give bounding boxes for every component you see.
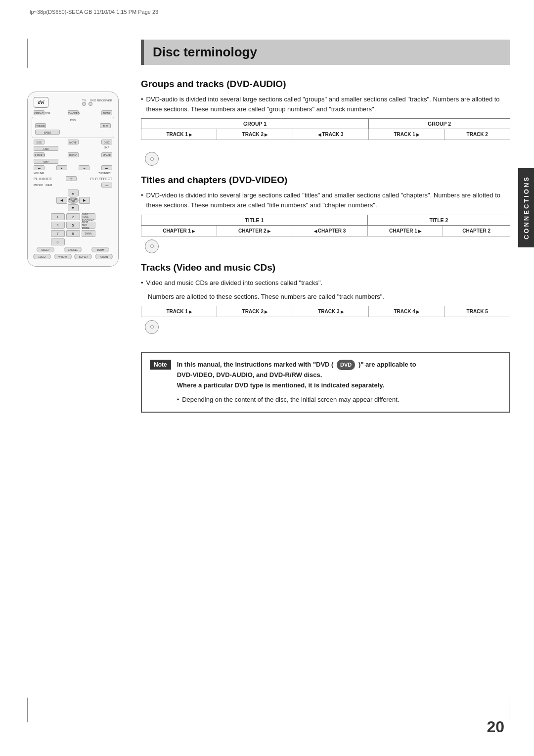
page-title-box: Disc terminology <box>141 40 510 65</box>
note-line1: In this manual, the instructions marked … <box>177 360 416 371</box>
g2-track1: TRACK 1 <box>369 129 445 140</box>
minus-btn[interactable]: − <box>101 183 112 188</box>
remote-row-1: OPEN/CLOSE TV/VIDEO MODE <box>32 110 114 115</box>
t2-ch2: CHAPTER 2 <box>443 225 510 236</box>
zoom-btn[interactable]: ZOOM <box>91 247 109 252</box>
group2-header: GROUP 2 <box>369 119 510 129</box>
page-number: 20 <box>487 718 504 736</box>
t1-ch3: CHAPTER 3 <box>292 225 368 236</box>
g1-track1: TRACK 1 <box>141 129 217 140</box>
t2-ch1: CHAPTER 1 <box>367 225 443 236</box>
print-header: lp~38p(DS650)-SECA GB 11/10/04 1:15 PM P… <box>30 9 158 15</box>
cd-track5: TRACK 5 <box>445 306 510 317</box>
super-btn[interactable]: SUPER <box>74 254 92 259</box>
num-9-btn[interactable]: DYNA <box>82 230 95 237</box>
remote-source-label: DVD <box>33 119 113 122</box>
remote-row-lsm: LSM <box>32 146 114 151</box>
supers-btn[interactable]: SUPER.S <box>34 152 44 157</box>
move-btn[interactable]: MOVE <box>68 140 79 144</box>
titles-chapters-bullet-text: DVD-video is divided into several large … <box>146 190 510 210</box>
dsc-btn[interactable]: DSC <box>34 140 44 144</box>
cd-track4: TRACK 4 <box>369 306 445 317</box>
remote-top-labels: TV DVD RECEIVER <box>82 99 112 106</box>
music-btn[interactable]: MUSIC <box>68 152 79 157</box>
groups-tracks-bullet: DVD-audio is divided into several large … <box>141 94 510 114</box>
left-divider <box>27 39 28 68</box>
right-btn[interactable]: ▶ <box>79 197 90 204</box>
section-heading-groups: Groups and tracks (DVD-AUDIO) <box>141 79 510 90</box>
num-3-btn[interactable]: TEST TONESOUND10° <box>82 213 95 220</box>
remote-row-vol: VOLUME TUNING/CH <box>32 172 114 175</box>
section-heading-tracks-cd: Tracks (Video and music CDs) <box>141 262 510 273</box>
band-btn[interactable]: BAND <box>35 130 60 135</box>
remote-numpad: 1 2 TEST TONESOUND10° 4 5 TESTSND MODE 7… <box>32 213 114 245</box>
lsm-btn[interactable]: LSM <box>34 146 58 151</box>
down-btn[interactable]: ▼ <box>68 204 79 211</box>
remote-container: dvi TV DVD RECEIVER OPEN/CLOSE TV/VIDEO … <box>27 92 126 267</box>
disc-skp-btn[interactable]: DISC SKP <box>101 140 112 144</box>
left-btn[interactable]: ◀ <box>56 197 67 204</box>
remote-row-tuner: TUNER AUX <box>33 123 113 128</box>
title1-header: TITLE 1 <box>141 215 368 225</box>
enter-btn[interactable]: ENTERCUP <box>68 197 79 204</box>
note-label: Note <box>150 360 171 370</box>
num-0-btn[interactable]: 0 <box>51 238 65 245</box>
vhp-btn[interactable]: V.HP <box>34 159 58 164</box>
num-5-btn[interactable]: 5 <box>66 222 80 229</box>
stop-btn[interactable]: ⏹ <box>56 165 67 170</box>
plus-btn[interactable]: + <box>66 176 77 181</box>
num-2-btn[interactable]: 2 <box>66 213 80 220</box>
aux-btn[interactable]: AUX <box>100 123 111 128</box>
groups-tracks-diagram: GROUP 1 GROUP 2 TRACK 1 TRACK 2 TRACK 3 … <box>141 118 510 140</box>
groups-table: GROUP 1 GROUP 2 TRACK 1 TRACK 2 TRACK 3 … <box>141 118 510 140</box>
g1-track2: TRACK 2 <box>217 129 293 140</box>
tracks-cd-bullet1-text: Video and music CDs are divided into sec… <box>146 278 323 288</box>
open-close-btn[interactable]: OPEN/CLOSE <box>34 110 44 115</box>
groups-tracks-diagram-row: GROUP 1 GROUP 2 TRACK 1 TRACK 2 TRACK 3 … <box>141 118 510 140</box>
titles-table: TITLE 1 TITLE 2 CHAPTER 1 CHAPTER 2 CHAP… <box>141 215 510 236</box>
note-section: Note In this manual, the instructions ma… <box>141 352 510 413</box>
remote-row-minus: MUSIC NEO − <box>32 183 114 188</box>
titles-chapters-bullet: DVD-video is divided into several large … <box>141 190 510 210</box>
remote-dot-dvd <box>89 102 92 106</box>
note-line1-after: )" are applicable to <box>358 361 416 368</box>
tv-video-btn[interactable]: TV/VIDEO <box>68 110 79 115</box>
dvd-badge: DVD <box>337 360 355 371</box>
t1-ch2: CHAPTER 2 <box>217 225 292 236</box>
vview-btn[interactable]: V.VIEW <box>54 254 72 259</box>
next-btn[interactable]: ⏭ <box>101 165 112 170</box>
t1-ch1: CHAPTER 1 <box>141 225 217 236</box>
tracks-cd-diagram-row: TRACK 1 TRACK 2 TRACK 3 TRACK 4 TRACK 5 <box>141 306 510 317</box>
sleep-btn[interactable]: SLEEP <box>37 247 54 252</box>
up-btn[interactable]: ▲ <box>68 189 79 196</box>
bottom-divider-right <box>509 698 509 722</box>
play-pause-btn[interactable]: ⏯ <box>79 165 89 170</box>
prev-btn[interactable]: ⏮ <box>34 165 44 170</box>
num-7-btn[interactable]: 7 <box>51 230 65 237</box>
tracks-cd-bullet2-text: Numbers are allotted to these sections. … <box>148 293 384 300</box>
section-groups-tracks: Groups and tracks (DVD-AUDIO) DVD-audio … <box>141 79 510 166</box>
g2-track2: TRACK 2 <box>445 129 510 140</box>
title2-header: TITLE 2 <box>367 215 510 225</box>
remote-bottom-row-2: LOGO V.VIEW SUPER A.MAN <box>32 254 114 259</box>
num-4-btn[interactable]: 4 <box>51 222 65 229</box>
section-titles-chapters: Titles and chapters (DVD-VIDEO) DVD-vide… <box>141 175 510 253</box>
mode-btn[interactable]: MODE <box>101 110 112 115</box>
remote-dot-tv <box>82 102 86 106</box>
cd-track3: TRACK 3 <box>293 306 368 317</box>
disc-icon-1 <box>145 152 159 166</box>
remote-row-plus: PL II MODE + PL R EFFECT <box>32 176 114 181</box>
remote-row-band: BAND <box>33 130 113 135</box>
g1-track3: TRACK 3 <box>293 129 368 140</box>
logo-btn[interactable]: LOGO <box>33 254 51 259</box>
tuner-btn[interactable]: TUNER <box>35 123 46 128</box>
movie-btn[interactable]: MOVIE <box>101 152 112 157</box>
num-8-btn[interactable]: 8 <box>66 230 80 237</box>
note-line2: DVD-VIDEO, DVD-AUDIO, and DVD-R/RW discs… <box>177 370 416 380</box>
num-1-btn[interactable]: 1 <box>51 213 65 220</box>
cancel-btn[interactable]: CANCEL <box>64 247 82 252</box>
note-sub-bullet: Depending on the content of the disc, th… <box>177 395 416 405</box>
disc-icon-2 <box>145 239 159 253</box>
num-6-btn[interactable]: TESTSND MODE <box>82 222 95 229</box>
aman-btn[interactable]: A.MAN <box>95 254 113 259</box>
